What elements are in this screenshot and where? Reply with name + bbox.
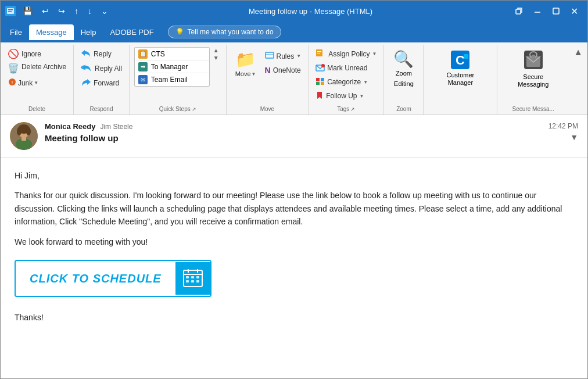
move-icon: 📁 bbox=[235, 50, 256, 69]
categorize-dropdown-icon[interactable]: ▼ bbox=[363, 80, 368, 85]
email-paragraph2: We look forward to meeting with you! bbox=[15, 235, 573, 248]
svg-rect-1 bbox=[8, 9, 13, 10]
follow-up-button[interactable]: Follow Up ▼ bbox=[313, 90, 379, 102]
email-meta: Monica Reedy Jim Steele Meeting follow u… bbox=[45, 122, 542, 143]
assign-policy-dropdown-icon[interactable]: ▼ bbox=[372, 51, 377, 56]
rules-button[interactable]: Rules ▼ bbox=[263, 49, 304, 63]
delete-archive-icon: 🗑️ bbox=[8, 63, 19, 74]
avatar-image bbox=[10, 122, 38, 150]
email-subject: Meeting follow up bbox=[45, 133, 542, 143]
email-content-area: Monica Reedy Jim Steele Meeting follow u… bbox=[1, 115, 587, 378]
menu-message[interactable]: Message bbox=[29, 24, 74, 40]
junk-icon: ! bbox=[8, 77, 17, 88]
quicksteps-group-label: Quick Steps ↗ bbox=[133, 105, 223, 115]
ignore-button[interactable]: 🚫 Ignore bbox=[5, 47, 69, 60]
svg-point-14 bbox=[321, 64, 325, 67]
delete-group-buttons: 🚫 Ignore 🗑️ Delete Archive ! Junk bbox=[4, 45, 70, 105]
email-header: Monica Reedy Jim Steele Meeting follow u… bbox=[1, 115, 587, 158]
recipient-name: Jim Steele bbox=[100, 123, 132, 131]
quicksteps-expand-icon[interactable]: ↗ bbox=[192, 106, 196, 112]
reply-button[interactable]: Reply bbox=[78, 47, 124, 60]
calendar-icon bbox=[175, 262, 210, 295]
respond-group-label: Respond bbox=[77, 105, 126, 115]
sender-avatar bbox=[10, 122, 38, 150]
secure-messaging-buttons: Secure Messaging bbox=[501, 45, 565, 105]
restore-down-btn[interactable] bbox=[511, 3, 527, 19]
title-bar-left: 💾 ↩ ↪ ↑ ↓ ⌄ bbox=[5, 5, 110, 17]
svg-marker-19 bbox=[317, 92, 322, 99]
junk-dropdown-icon[interactable]: ▼ bbox=[34, 80, 38, 85]
ribbon-group-zoom: 🔍 Zoom Editing Zoom bbox=[384, 45, 424, 115]
ribbon-group-delete: 🚫 Ignore 🗑️ Delete Archive ! Junk bbox=[1, 45, 74, 115]
secure-messaging-group-label: Secure Messa... bbox=[501, 105, 565, 115]
zoom-button[interactable]: 🔍 Zoom bbox=[389, 47, 418, 79]
sender-name: Monica Reedy bbox=[45, 122, 95, 131]
click-to-schedule-button[interactable]: CLICK TO SCHEDULE bbox=[15, 260, 211, 297]
rules-icon bbox=[265, 51, 274, 62]
qs-cts-icon: 📋 bbox=[138, 49, 148, 59]
svg-rect-22 bbox=[464, 54, 468, 59]
close-btn[interactable]: ✕ bbox=[567, 3, 583, 19]
junk-button[interactable]: ! Junk ▼ bbox=[5, 76, 69, 90]
move-group-buttons: 📁 Move ▼ Rules bbox=[230, 45, 304, 105]
assign-policy-icon bbox=[315, 48, 326, 59]
ribbon: 🚫 Ignore 🗑️ Delete Archive ! Junk bbox=[1, 42, 587, 115]
menu-help[interactable]: Help bbox=[74, 24, 103, 40]
email-body: Hi Jim, Thanks for our quick discussion.… bbox=[1, 158, 587, 378]
tags-expand-icon[interactable]: ↗ bbox=[350, 106, 355, 112]
tell-me-input[interactable]: 💡 Tell me what you want to do bbox=[168, 26, 281, 38]
svg-rect-43 bbox=[196, 280, 199, 283]
quickstep-cts[interactable]: 📋 CTS bbox=[135, 48, 209, 60]
move-dropdown-icon[interactable]: ▼ bbox=[252, 71, 256, 77]
lightbulb-icon: 💡 bbox=[175, 28, 184, 36]
save-qat-icon[interactable]: 💾 bbox=[20, 5, 35, 17]
app-icon bbox=[5, 6, 16, 16]
forward-button[interactable]: Forward bbox=[78, 76, 124, 90]
email-greeting: Hi Jim, bbox=[15, 169, 573, 182]
svg-rect-18 bbox=[321, 82, 324, 85]
qs-team-icon: ✉ bbox=[138, 75, 148, 84]
email-from: Monica Reedy Jim Steele bbox=[45, 122, 542, 131]
svg-rect-39 bbox=[191, 276, 194, 278]
redo-qat-icon[interactable]: ↪ bbox=[56, 5, 67, 17]
secure-messaging-button[interactable]: Secure Messaging bbox=[502, 47, 564, 91]
menu-adobe-pdf[interactable]: ADOBE PDF bbox=[103, 24, 160, 40]
secure-messaging-icon bbox=[523, 49, 544, 72]
follow-up-dropdown-icon[interactable]: ▼ bbox=[360, 94, 364, 99]
svg-rect-2 bbox=[8, 11, 12, 12]
qat-dropdown-icon[interactable]: ⌄ bbox=[99, 5, 110, 17]
customer-manager-button[interactable]: C Customer Manager bbox=[428, 47, 492, 89]
download-qat-icon[interactable]: ↓ bbox=[85, 5, 94, 17]
ribbon-group-customer-manager: C Customer Manager CM bbox=[424, 45, 497, 115]
email-closing: Thanks! bbox=[15, 311, 573, 324]
onenote-button[interactable]: N OneNote bbox=[263, 64, 304, 77]
ribbon-collapse-button[interactable]: ▲ bbox=[569, 45, 587, 115]
assign-policy-button[interactable]: Assign Policy ▼ bbox=[313, 47, 379, 60]
move-button[interactable]: 📁 Move ▼ bbox=[231, 47, 260, 81]
expand-email-icon[interactable]: ▼ bbox=[570, 133, 578, 142]
ignore-icon: 🚫 bbox=[8, 48, 19, 59]
rules-dropdown-icon[interactable]: ▼ bbox=[296, 53, 301, 59]
quickstep-manager[interactable]: ➡ To Manager bbox=[135, 60, 209, 73]
upload-qat-icon[interactable]: ↑ bbox=[72, 5, 81, 17]
undo-qat-icon[interactable]: ↩ bbox=[40, 5, 51, 17]
mark-unread-icon bbox=[315, 63, 325, 73]
quickstep-team[interactable]: ✉ Team Email bbox=[135, 73, 209, 86]
quicksteps-scroll[interactable]: ▲ ▼ bbox=[211, 47, 221, 61]
minimize-btn[interactable] bbox=[529, 3, 546, 19]
reply-all-button[interactable]: Reply All bbox=[78, 62, 124, 75]
reply-icon bbox=[81, 48, 91, 59]
maximize-btn[interactable] bbox=[548, 3, 564, 19]
tags-group-buttons: Assign Policy ▼ Mark Unread bbox=[312, 45, 380, 105]
respond-group-buttons: Reply Reply All Forward bbox=[77, 45, 126, 105]
svg-rect-17 bbox=[316, 82, 320, 85]
categorize-button[interactable]: Categorize ▼ bbox=[313, 76, 379, 88]
menu-file[interactable]: File bbox=[3, 24, 29, 40]
forward-icon bbox=[81, 77, 91, 88]
categorize-icon bbox=[315, 77, 325, 87]
delete-archive-button[interactable]: 🗑️ Delete Archive bbox=[5, 62, 69, 75]
mark-unread-button[interactable]: Mark Unread bbox=[313, 62, 379, 74]
svg-rect-11 bbox=[317, 51, 321, 52]
svg-text:!: ! bbox=[12, 80, 13, 85]
delete-group-label: Delete bbox=[4, 105, 70, 115]
